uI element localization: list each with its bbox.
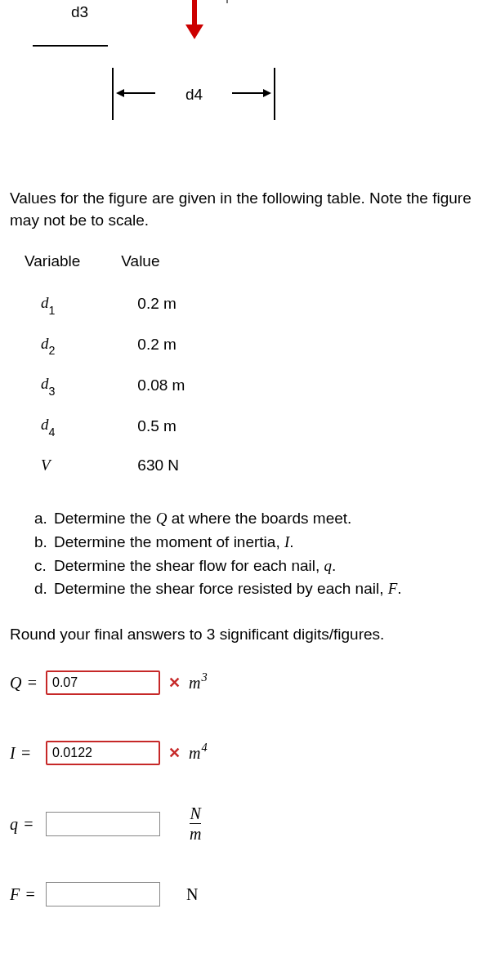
d3-dimension-line [33,45,108,47]
part-c: c.Determine the shear flow for each nail… [34,555,486,578]
answer-row-Q: Q= ✕ m3 [10,665,486,701]
answer-input-I[interactable] [46,741,160,765]
part-a: a.Determine the Q at where the boards me… [34,507,486,531]
force-arrow-head [185,24,203,39]
table-row: d3 0.08 m [16,365,217,406]
unit-q: N m [186,805,201,842]
answer-input-F[interactable] [46,882,160,906]
intro-text: Values for the figure are given in the f… [10,188,486,231]
table-row: d2 0.2 m [16,325,217,366]
unit-I: m4 [189,742,208,764]
question-parts: a.Determine the Q at where the boards me… [10,507,486,600]
table-header-variable: Variable [16,246,113,284]
unit-F: N [186,883,198,906]
d3-label: d3 [71,2,88,24]
d4-label: d4 [185,84,203,106]
answer-label-q: q= [10,813,46,835]
table-header-value: Value [113,246,217,284]
answer-input-Q[interactable] [46,670,160,695]
figure-diagram: d3 d4 [10,0,486,163]
answer-row-q: q= N m [10,805,486,842]
part-d: d.Determine the shear force resisted by … [34,577,486,601]
part-b: b.Determine the moment of inertia, I. [34,531,486,555]
variables-table: Variable Value d1 0.2 m d2 0.2 m d3 0.08… [16,246,217,484]
table-row: d4 0.5 m [16,406,217,447]
answer-label-F: F= [10,883,46,906]
beam-outline [226,0,496,3]
unit-Q: m3 [189,671,208,694]
answer-row-I: I= ✕ m4 [10,735,486,771]
d4-dimension: d4 [112,53,275,135]
wrong-icon: ✕ [168,743,181,764]
force-arrow-shaft [192,0,197,28]
answer-label-I: I= [10,742,46,764]
answer-row-F: F= N [10,876,486,912]
table-row: d1 0.2 m [16,284,217,325]
wrong-icon: ✕ [168,673,181,693]
table-row: V 630 N [16,447,217,485]
answer-label-Q: Q= [10,671,46,694]
answer-input-q[interactable] [46,812,160,836]
rounding-note: Round your final answers to 3 significan… [10,624,486,646]
